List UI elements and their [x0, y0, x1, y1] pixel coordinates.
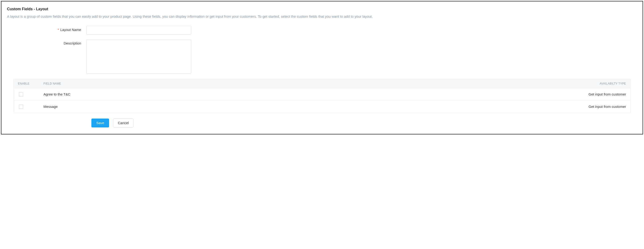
- enable-checkbox[interactable]: [19, 105, 23, 109]
- custom-fields-table: ENABLE FIELD NAME AVAILABILTY TYPE Agree…: [14, 79, 630, 113]
- form-actions: Save Cancel: [7, 119, 637, 127]
- form-row-description: Description: [7, 39, 637, 74]
- description-textarea[interactable]: [86, 39, 191, 74]
- cell-field-name: Agree to the T&C: [40, 88, 296, 100]
- cell-field-name: Message: [40, 100, 296, 113]
- cell-availability-type: Get input from customer: [296, 88, 630, 100]
- table-row: Agree to the T&C Get input from customer: [14, 88, 630, 100]
- description-label-text: Description: [64, 41, 81, 45]
- description-label: Description: [7, 39, 86, 45]
- page-title: Custom Fields - Layout: [7, 7, 637, 11]
- cell-availability-type: Get input from customer: [296, 100, 630, 113]
- layout-name-label: *Layout Name: [7, 26, 86, 32]
- form-row-layout-name: *Layout Name: [7, 26, 637, 35]
- layout-name-input[interactable]: [86, 26, 191, 35]
- save-button[interactable]: Save: [91, 119, 109, 127]
- col-header-field-name: FIELD NAME: [40, 79, 296, 88]
- table-row: Message Get input from customer: [14, 100, 630, 113]
- layout-name-label-text: Layout Name: [60, 28, 81, 32]
- enable-checkbox[interactable]: [19, 92, 23, 96]
- page-description: A layout is a group of custom fields tha…: [7, 14, 637, 19]
- required-asterisk-icon: *: [58, 28, 59, 32]
- col-header-availability-type: AVAILABILTY TYPE: [296, 79, 630, 88]
- cancel-button[interactable]: Cancel: [113, 119, 134, 127]
- custom-fields-layout-panel: Custom Fields - Layout A layout is a gro…: [1, 1, 643, 134]
- layout-form: *Layout Name Description: [7, 26, 637, 74]
- col-header-enable: ENABLE: [14, 79, 40, 88]
